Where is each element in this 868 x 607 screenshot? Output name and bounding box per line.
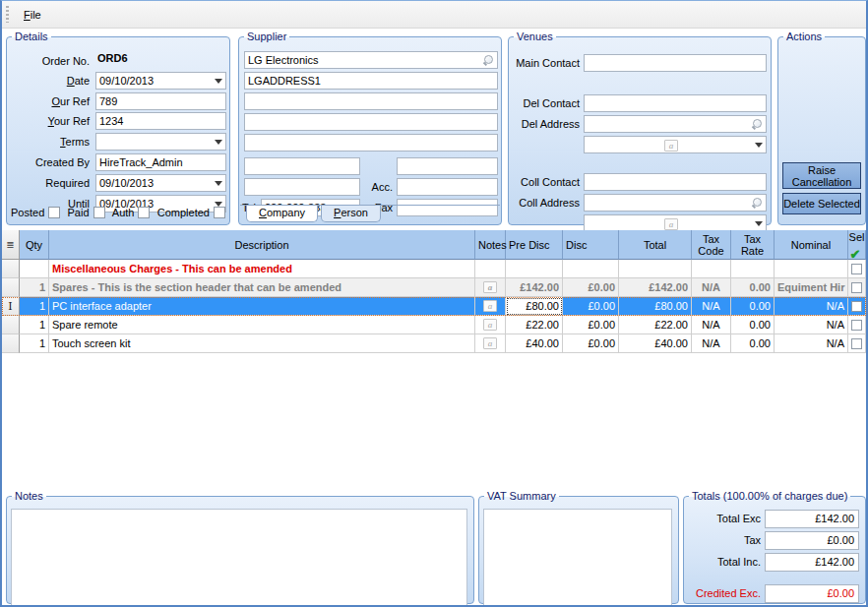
- tax-rate-cell[interactable]: 0.00: [731, 297, 775, 316]
- table-row[interactable]: 1Spare remotea£22.00£0.00£22.00N/A0.00N/…: [2, 316, 866, 334]
- toolbar-grip-handle[interactable]: [6, 6, 9, 23]
- disc-cell[interactable]: £0.00: [563, 316, 619, 334]
- row-header-cell[interactable]: [2, 260, 20, 278]
- supplier-county-input[interactable]: [397, 157, 498, 175]
- notes-textarea[interactable]: [11, 509, 467, 607]
- description-cell[interactable]: Spares - This is the section header that…: [49, 278, 475, 297]
- pre-disc-cell[interactable]: [506, 260, 563, 278]
- del-venue-combo[interactable]: a: [584, 136, 767, 153]
- chevron-down-icon[interactable]: [215, 140, 222, 145]
- qty-cell[interactable]: 1: [20, 334, 49, 353]
- acc-input[interactable]: [397, 178, 498, 196]
- date-combo[interactable]: 09/10/2013: [95, 72, 226, 90]
- notes-document-icon[interactable]: a: [483, 300, 497, 312]
- col-header-description[interactable]: Description: [49, 230, 475, 260]
- sel-cell[interactable]: [848, 297, 866, 316]
- supplier-address2-input[interactable]: [244, 92, 498, 110]
- total-cell[interactable]: £142.00: [619, 278, 692, 297]
- col-header-sel[interactable]: Sel ✔: [848, 230, 866, 260]
- required-combo[interactable]: 09/10/2013: [95, 174, 226, 192]
- disc-cell[interactable]: [563, 260, 619, 278]
- sel-checkbox[interactable]: [851, 282, 862, 293]
- tab-company[interactable]: Company: [246, 206, 318, 222]
- sel-checkbox[interactable]: [851, 320, 862, 331]
- nominal-cell[interactable]: N/A: [775, 297, 848, 316]
- our-ref-input[interactable]: [95, 92, 226, 110]
- paid-checkbox[interactable]: [93, 207, 105, 218]
- col-header-disc[interactable]: Disc: [563, 230, 619, 260]
- tax-rate-cell[interactable]: 0.00: [731, 334, 775, 353]
- chevron-down-icon[interactable]: [755, 143, 763, 148]
- auth-checkbox[interactable]: [138, 207, 150, 218]
- disc-cell[interactable]: £0.00: [563, 334, 619, 353]
- description-cell[interactable]: Miscellaneous Charges - This can be amen…: [49, 260, 475, 278]
- col-header-nominal[interactable]: Nominal: [775, 230, 848, 260]
- table-row[interactable]: I1PC interface adaptera£80.00£0.00£80.00…: [2, 297, 866, 316]
- tax-code-cell[interactable]: N/A: [692, 278, 731, 297]
- col-header-tax-code[interactable]: Tax Code: [692, 230, 731, 260]
- pre-disc-cell[interactable]: £22.00: [506, 316, 563, 334]
- qty-cell[interactable]: [20, 260, 49, 278]
- nominal-cell[interactable]: Equiment Hir: [775, 278, 848, 297]
- tab-person[interactable]: Person: [321, 206, 381, 222]
- qty-cell[interactable]: 1: [20, 297, 49, 316]
- total-cell[interactable]: £40.00: [619, 334, 692, 353]
- coll-contact-input[interactable]: [584, 173, 767, 191]
- tax-rate-cell[interactable]: [731, 260, 775, 278]
- your-ref-input[interactable]: [95, 112, 226, 130]
- qty-cell[interactable]: 1: [20, 316, 49, 334]
- menu-file[interactable]: File: [15, 6, 50, 24]
- main-contact-input[interactable]: [584, 54, 767, 72]
- total-cell[interactable]: £80.00: [619, 297, 692, 316]
- nominal-cell[interactable]: [775, 260, 848, 278]
- notes-document-icon[interactable]: a: [483, 337, 497, 349]
- sel-cell[interactable]: [848, 278, 866, 297]
- posted-checkbox[interactable]: [48, 207, 60, 218]
- disc-cell[interactable]: £0.00: [563, 297, 619, 316]
- notes-cell[interactable]: a: [475, 334, 506, 353]
- completed-checkbox[interactable]: [214, 207, 225, 218]
- chevron-down-icon[interactable]: [215, 79, 222, 84]
- table-row[interactable]: 1Touch screen kita£40.00£0.00£40.00N/A0.…: [2, 334, 866, 353]
- row-header-cell[interactable]: [2, 334, 20, 353]
- supplier-address1-input[interactable]: [244, 72, 498, 90]
- sel-checkbox[interactable]: [851, 338, 862, 349]
- col-header-total[interactable]: Total: [619, 230, 692, 260]
- table-row[interactable]: Miscellaneous Charges - This can be amen…: [2, 260, 866, 278]
- notes-document-icon[interactable]: a: [483, 281, 497, 293]
- description-cell[interactable]: PC interface adapter: [49, 297, 475, 316]
- supplier-address4-input[interactable]: [244, 134, 498, 152]
- col-header-pre-disc[interactable]: Pre Disc: [506, 230, 563, 260]
- delete-selected-button[interactable]: Delete Selected: [782, 193, 861, 214]
- created-by-input[interactable]: [95, 153, 226, 171]
- col-header-notes[interactable]: Notes: [475, 230, 506, 260]
- sel-checkbox[interactable]: [851, 264, 862, 274]
- col-header-qty[interactable]: Qty: [20, 230, 49, 260]
- description-cell[interactable]: Spare remote: [49, 316, 475, 334]
- supplier-postcode-input[interactable]: [244, 178, 360, 196]
- pre-disc-cell[interactable]: £142.00: [506, 278, 563, 297]
- notes-cell[interactable]: a: [475, 278, 506, 297]
- search-icon[interactable]: [752, 198, 763, 209]
- terms-combo[interactable]: [95, 133, 226, 151]
- raise-cancellation-button[interactable]: Raise Cancellation: [782, 162, 861, 189]
- tax-code-cell[interactable]: N/A: [692, 334, 731, 353]
- supplier-town-input[interactable]: [244, 157, 360, 175]
- coll-address-field[interactable]: [584, 194, 767, 212]
- search-icon[interactable]: [752, 119, 763, 130]
- sel-cell[interactable]: [848, 316, 866, 334]
- chevron-down-icon[interactable]: [215, 202, 222, 207]
- description-cell[interactable]: Touch screen kit: [49, 334, 475, 353]
- sel-cell[interactable]: [848, 334, 866, 353]
- row-header-cell[interactable]: [2, 278, 20, 297]
- nominal-cell[interactable]: N/A: [775, 334, 848, 353]
- notes-cell[interactable]: [475, 260, 506, 278]
- grid-corner-cell[interactable]: ≣: [2, 230, 20, 260]
- chevron-down-icon[interactable]: [755, 221, 763, 226]
- total-cell[interactable]: £22.00: [619, 316, 692, 334]
- tax-rate-cell[interactable]: 0.00: [731, 278, 775, 297]
- tax-code-cell[interactable]: N/A: [692, 316, 731, 334]
- qty-cell[interactable]: 1: [20, 278, 49, 297]
- supplier-address3-input[interactable]: [244, 113, 498, 131]
- tax-code-cell[interactable]: [692, 260, 731, 278]
